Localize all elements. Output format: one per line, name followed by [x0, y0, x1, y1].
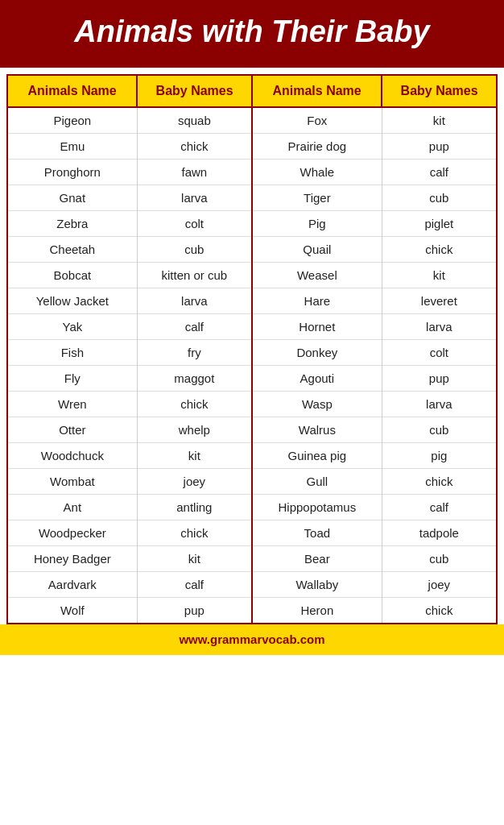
table-cell: piglet	[382, 210, 497, 236]
table-row: FlymaggotAgoutipup	[7, 365, 497, 391]
table-cell: Fox	[252, 107, 382, 134]
table-cell: Walrus	[252, 417, 382, 442]
table-cell: leveret	[382, 288, 497, 313]
table-cell: calf	[382, 494, 497, 520]
table-cell: joey	[382, 571, 497, 597]
table-cell: Wombat	[7, 468, 137, 494]
table-row: AntantlingHippopotamuscalf	[7, 494, 497, 520]
table-cell: Bobcat	[7, 262, 137, 288]
table-cell: Gull	[252, 468, 382, 494]
table-row: WombatjoeyGullchick	[7, 468, 497, 494]
table-header: Animals Name Baby Names Animals Name Bab…	[7, 75, 497, 107]
table-cell: Woodpecker	[7, 520, 137, 545]
table-cell: Toad	[252, 520, 382, 545]
col-header-baby-1: Baby Names	[137, 75, 252, 107]
footer-text: www.grammarvocab.com	[179, 632, 324, 646]
table-cell: pup	[382, 133, 497, 159]
table-row: Yellow JacketlarvaHareleveret	[7, 288, 497, 313]
table-cell: larva	[137, 288, 252, 313]
header-row: Animals Name Baby Names Animals Name Bab…	[7, 75, 497, 107]
table-cell: fawn	[137, 159, 252, 184]
table-cell: Whale	[252, 159, 382, 184]
table-cell: Pig	[252, 210, 382, 236]
table-cell: Quail	[252, 236, 382, 262]
table-cell: Pigeon	[7, 107, 137, 134]
table-cell: Wren	[7, 391, 137, 417]
table-cell: kitten or cub	[137, 262, 252, 288]
table-cell: colt	[382, 339, 497, 365]
table-cell: larva	[137, 184, 252, 210]
animals-table: Animals Name Baby Names Animals Name Bab…	[6, 74, 498, 624]
table-cell: Gnat	[7, 184, 137, 210]
table-row: GnatlarvaTigercub	[7, 184, 497, 210]
col-header-baby-2: Baby Names	[382, 75, 497, 107]
table-cell: kit	[137, 442, 252, 468]
table-cell: Hornet	[252, 313, 382, 339]
table-cell: larva	[382, 313, 497, 339]
table-cell: Otter	[7, 417, 137, 442]
table-cell: Honey Badger	[7, 545, 137, 571]
table-cell: whelp	[137, 417, 252, 442]
table-cell: fry	[137, 339, 252, 365]
table-cell: kit	[382, 262, 497, 288]
table-cell: Weasel	[252, 262, 382, 288]
table-cell: chick	[137, 391, 252, 417]
table-cell: calf	[137, 313, 252, 339]
table-cell: chick	[137, 520, 252, 545]
table-cell: Yak	[7, 313, 137, 339]
table-cell: Cheetah	[7, 236, 137, 262]
table-row: WrenchickWasplarva	[7, 391, 497, 417]
table-cell: Prairie dog	[252, 133, 382, 159]
table-row: AardvarkcalfWallabyjoey	[7, 571, 497, 597]
table-row: WolfpupHeronchick	[7, 597, 497, 624]
table-row: OtterwhelpWalruscub	[7, 417, 497, 442]
table-row: Honey BadgerkitBearcub	[7, 545, 497, 571]
table-cell: Bear	[252, 545, 382, 571]
table-cell: cub	[382, 417, 497, 442]
table-row: YakcalfHornetlarva	[7, 313, 497, 339]
table-cell: maggot	[137, 365, 252, 391]
table-cell: kit	[137, 545, 252, 571]
table-cell: Wallaby	[252, 571, 382, 597]
table-cell: Wolf	[7, 597, 137, 624]
table-cell: Heron	[252, 597, 382, 624]
table-cell: cub	[382, 545, 497, 571]
table-cell: larva	[382, 391, 497, 417]
table-cell: tadpole	[382, 520, 497, 545]
table-row: ZebracoltPigpiglet	[7, 210, 497, 236]
table-cell: antling	[137, 494, 252, 520]
table-cell: Yellow Jacket	[7, 288, 137, 313]
table-cell: Zebra	[7, 210, 137, 236]
table-row: WoodpeckerchickToadtadpole	[7, 520, 497, 545]
table-cell: colt	[137, 210, 252, 236]
table-cell: Wasp	[252, 391, 382, 417]
table-cell: Hippopotamus	[252, 494, 382, 520]
table-cell: Emu	[7, 133, 137, 159]
table-cell: Pronghorn	[7, 159, 137, 184]
table-wrapper: Animals Name Baby Names Animals Name Bab…	[0, 68, 504, 624]
table-row: EmuchickPrairie dogpup	[7, 133, 497, 159]
table-cell: calf	[137, 571, 252, 597]
table-row: PigeonsquabFoxkit	[7, 107, 497, 134]
table-cell: pup	[137, 597, 252, 624]
page-title: Animals with Their Baby	[16, 15, 488, 50]
table-row: WoodchuckkitGuinea pigpig	[7, 442, 497, 468]
table-cell: pup	[382, 365, 497, 391]
col-header-animals-2: Animals Name	[252, 75, 382, 107]
table-row: Bobcatkitten or cubWeaselkit	[7, 262, 497, 288]
table-row: CheetahcubQuailchick	[7, 236, 497, 262]
table-cell: Agouti	[252, 365, 382, 391]
table-cell: cub	[137, 236, 252, 262]
footer: www.grammarvocab.com	[0, 624, 504, 655]
table-cell: joey	[137, 468, 252, 494]
table-cell: chick	[382, 236, 497, 262]
table-cell: squab	[137, 107, 252, 134]
table-cell: Fly	[7, 365, 137, 391]
table-cell: chick	[137, 133, 252, 159]
table-cell: calf	[382, 159, 497, 184]
table-cell: Hare	[252, 288, 382, 313]
table-row: FishfryDonkeycolt	[7, 339, 497, 365]
table-cell: chick	[382, 597, 497, 624]
table-cell: Woodchuck	[7, 442, 137, 468]
page-container: Animals with Their Baby Animals Name Bab…	[0, 0, 504, 655]
